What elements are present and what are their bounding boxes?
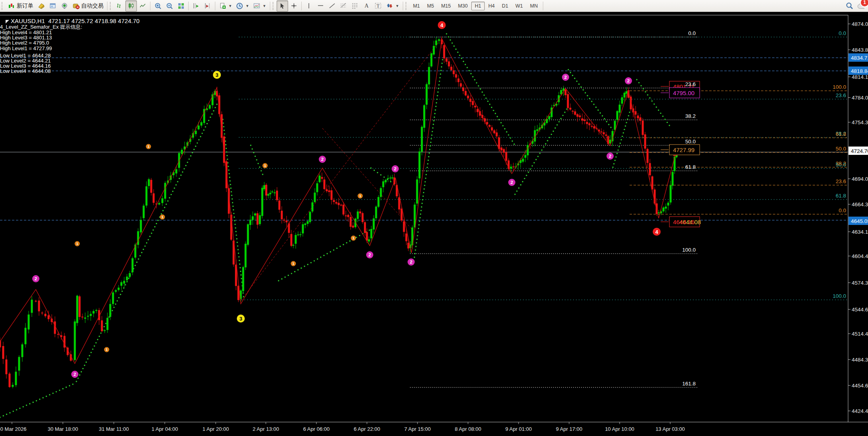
zoom-out-button[interactable] [164, 0, 175, 12]
sar-dot [530, 168, 531, 170]
indicator-high-level-line: High Level1 = 4727.99 [0, 46, 140, 51]
tile-windows-button[interactable] [175, 0, 187, 12]
fib-teal-label: 61.8 [836, 193, 846, 199]
sar-dot [623, 132, 624, 133]
sar-dot [429, 149, 430, 150]
strategy-tester-button[interactable] [59, 0, 70, 12]
sar-dot [120, 294, 121, 295]
sar-dot [228, 169, 229, 170]
candle [343, 205, 345, 215]
level-price-label: 4795.00 [673, 90, 694, 96]
sar-dot [520, 184, 521, 186]
sar-dot [237, 245, 238, 246]
candle [470, 99, 472, 102]
notification-badge[interactable]: 1 [860, 0, 868, 7]
sar-dot [441, 63, 443, 64]
periods-button[interactable]: ▼ [234, 0, 251, 12]
sar-dot [566, 108, 567, 109]
sar-dot [431, 135, 432, 136]
text-tool-button[interactable]: A [361, 0, 373, 12]
trendline-tool-button[interactable] [326, 0, 338, 12]
semafor-number: 2 [564, 75, 567, 80]
sar-dot [545, 143, 546, 144]
bar-chart-button[interactable] [114, 0, 125, 12]
candlestick-chart-button[interactable] [125, 0, 137, 12]
sar-dot [616, 153, 618, 154]
sar-dot [426, 170, 427, 172]
sar-dot [516, 190, 517, 192]
timeframe-button-MN[interactable]: MN [527, 2, 541, 10]
sar-dot [239, 260, 240, 261]
candle [324, 180, 326, 189]
auto-scroll-button[interactable] [190, 0, 202, 12]
sar-dot [576, 80, 577, 82]
price-axis-label: 4874.00 [852, 21, 868, 27]
channels-tool-button[interactable] [349, 0, 361, 12]
candle [265, 185, 267, 196]
timeframe-button-W1[interactable]: W1 [512, 2, 527, 10]
sar-dot [62, 388, 63, 389]
cursor-tool-button[interactable] [277, 0, 288, 12]
toolbar-grip[interactable] [2, 2, 4, 10]
fib-white-label: 100.0 [682, 247, 696, 253]
candle [338, 203, 340, 205]
candle [624, 93, 626, 98]
candle [121, 282, 123, 286]
templates-button[interactable]: ▼ [251, 0, 268, 12]
fibonacci-icon [340, 2, 347, 10]
toolbar-grip[interactable] [406, 2, 408, 10]
fib-orange-label: 100.0 [833, 84, 846, 90]
data-window-button[interactable] [47, 0, 59, 12]
timeframe-button-M5[interactable]: M5 [423, 2, 437, 10]
candle [300, 234, 302, 235]
sar-dot [435, 106, 437, 107]
semafor-number: 2 [394, 166, 396, 171]
timeframe-button-H1[interactable]: H1 [471, 2, 485, 10]
sar-dot [6, 414, 7, 415]
timeframe-button-H4[interactable]: H4 [485, 2, 498, 10]
sar-dot [558, 121, 560, 122]
expander-icon[interactable] [6, 20, 9, 23]
sar-dot [229, 180, 230, 182]
sar-dot [636, 79, 637, 80]
timeframe-button-M1[interactable]: M1 [410, 2, 423, 10]
chart-shift-button[interactable] [202, 0, 213, 12]
candle [426, 84, 428, 105]
sar-dot [112, 310, 113, 311]
sar-dot [288, 275, 289, 276]
fib-white-label: 61.8 [685, 164, 696, 170]
fib-teal-label: 100.0 [833, 293, 846, 299]
sar-dot [414, 253, 415, 254]
arrows-tool-button[interactable]: ▼ [384, 0, 401, 12]
candle [406, 233, 408, 241]
fibonacci-tool-button[interactable] [338, 0, 349, 12]
sar-dot [502, 125, 503, 126]
timeframe-button-D1[interactable]: D1 [498, 2, 512, 10]
label-tool-button[interactable]: T [373, 0, 384, 12]
semafor-number: 1 [105, 348, 107, 352]
sar-dot [564, 111, 565, 113]
horizontal-line-icon [317, 2, 324, 10]
price-axis-label: 4514.45 [852, 331, 868, 337]
zoom-in-button[interactable] [152, 0, 164, 12]
crosshair-tool-button[interactable] [288, 0, 300, 12]
candle [474, 106, 476, 107]
new-order-button[interactable]: 新订单 [6, 0, 35, 12]
market-watch-button[interactable] [35, 0, 47, 12]
line-chart-button[interactable] [137, 0, 148, 12]
hline-tool-button[interactable] [315, 0, 326, 12]
sar-dot [429, 153, 430, 154]
add-indicator-button[interactable]: ▼ [217, 0, 234, 12]
autotrade-button[interactable]: 自动交易 [70, 0, 105, 12]
sar-dot [304, 266, 305, 267]
candle [574, 111, 576, 115]
search-button[interactable] [843, 0, 855, 12]
toolbar-grip[interactable] [273, 2, 275, 10]
timeframe-button-M30[interactable]: M30 [454, 2, 471, 10]
vline-tool-button[interactable] [303, 0, 315, 12]
timeframe-button-M15[interactable]: M15 [437, 2, 454, 10]
sar-dot [125, 284, 126, 285]
fib-teal-label: 0.0 [839, 30, 846, 36]
toolbar-grip[interactable] [110, 2, 112, 10]
community-button[interactable]: 1 [855, 0, 866, 12]
